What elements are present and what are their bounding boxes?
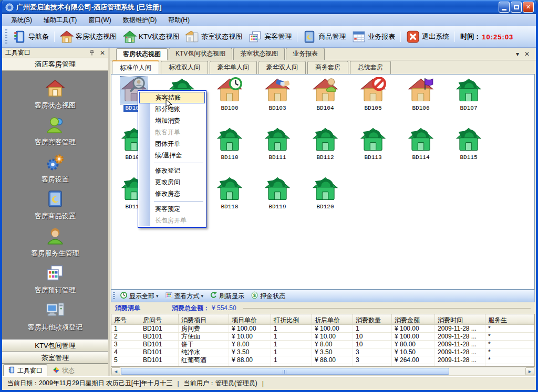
column-header-7[interactable]: 消费金额: [392, 314, 435, 324]
room-bd112[interactable]: BD112: [303, 126, 347, 161]
room-bd120[interactable]: BD120: [303, 175, 347, 210]
horizontal-scrollbar[interactable]: ◄ ►: [111, 367, 535, 376]
toolbar-button-navigator[interactable]: 导航条: [9, 29, 52, 45]
tab-list-dropdown-icon[interactable]: ▾: [516, 50, 519, 58]
column-header-2[interactable]: 消费项目: [179, 314, 229, 324]
tab-ktv-room-status-view[interactable]: KTV包间状态视图: [169, 48, 232, 60]
context-menu-item-group-order[interactable]: 团体开单: [139, 138, 205, 150]
column-header-0[interactable]: 序号: [111, 314, 140, 324]
menu-item-data-maintenance[interactable]: 数据维护(D): [117, 14, 163, 26]
consumption-cell: 4: [111, 348, 140, 356]
room-type-tab-deluxe-double[interactable]: 豪华双人间: [258, 61, 306, 74]
room-toolbar-button-deposit-status[interactable]: $押金状态: [247, 291, 288, 301]
room-bd111[interactable]: BD111: [255, 126, 299, 161]
scroll-left-arrow[interactable]: ◄: [111, 367, 120, 375]
context-menu-item-modify-registration[interactable]: 修改登记: [139, 165, 205, 176]
consumption-row[interactable]: 1BD101房间费¥ 100.001¥ 100.001¥ 100.002009-…: [111, 325, 534, 333]
room-type-tab-standard-double[interactable]: 标准双人间: [161, 61, 208, 74]
title-bar: 广州爱启迪技术有限公司-酒店管理系统 [已注册] ✕: [2, 0, 536, 14]
room-status-icon-occupied: [312, 77, 339, 104]
room-bd114[interactable]: BD114: [399, 126, 443, 161]
dropdown-arrow-icon[interactable]: ▾: [156, 293, 159, 299]
sidebar-tab-status[interactable]: 状态: [48, 365, 79, 376]
toolbar-button-teahouse-status-view[interactable]: 茶室状态视图: [182, 29, 245, 45]
toolbar-grip[interactable]: [5, 29, 7, 44]
tab-room-status-view[interactable]: 客房状态视图: [116, 48, 168, 60]
toolbar-button-exit-system[interactable]: 退出系统: [403, 29, 452, 45]
menu-item-window[interactable]: 窗口(W): [82, 14, 117, 26]
sidebar-item-room-settings[interactable]: 客房设置: [42, 153, 69, 184]
toolbar-button-ktv-status-view[interactable]: KTV状态视图: [120, 29, 182, 45]
toolbar-button-room-status-view[interactable]: 客房状态视图: [57, 29, 120, 45]
toolbar-button-guest-management[interactable]: 宾客管理: [245, 29, 295, 45]
consumption-row[interactable]: 3BD101饼干¥ 8.001¥ 8.0010¥ 80.002009-11-28…: [111, 341, 534, 348]
menu-item-help[interactable]: 帮助(H): [162, 14, 195, 26]
consumption-row[interactable]: 5BD101红葡萄酒¥ 88.001¥ 88.003¥ 264.002009-1…: [111, 356, 534, 364]
maximize-button[interactable]: [511, 2, 522, 13]
room-bd113[interactable]: BD113: [351, 126, 395, 161]
room-bd110[interactable]: BD110: [208, 126, 252, 161]
column-header-9[interactable]: 服务生: [485, 314, 534, 324]
room-bd100[interactable]: BD100: [208, 77, 252, 112]
column-header-3[interactable]: 项目单价: [229, 314, 271, 324]
room-toolbar-button-view-mode[interactable]: 查看方式▾: [162, 291, 207, 301]
tab-business-reports[interactable]: 业务报表: [286, 48, 325, 60]
room-bd118[interactable]: BD118: [208, 175, 252, 210]
scrollbar-track[interactable]: [120, 367, 525, 375]
sidebar-item-room-guest-management[interactable]: 客房宾客管理: [35, 115, 76, 147]
context-menu-item-change-room[interactable]: 更改房间: [139, 176, 205, 188]
column-header-1[interactable]: 房间号: [140, 314, 179, 324]
context-menu-item-renew-refund-deposit[interactable]: 续/退押金: [139, 150, 205, 161]
consumption-row[interactable]: 4BD101纯净水¥ 3.501¥ 3.503¥ 10.502009-11-28…: [111, 348, 534, 356]
sidebar-item-room-status-view[interactable]: 客房状态视图: [35, 79, 76, 110]
tab-teahouse-status-view[interactable]: 茶室状态视图: [233, 48, 285, 60]
sidebar-group-teahouse-management[interactable]: 茶室管理: [2, 352, 108, 364]
column-header-5[interactable]: 折后单价: [312, 314, 353, 324]
consumption-cell: 1: [271, 348, 312, 356]
room-bd107[interactable]: BD107: [447, 77, 491, 112]
room-toolbar-button-show-all[interactable]: 显示全部▾: [117, 291, 162, 301]
pin-icon[interactable]: [88, 50, 96, 56]
menu-item-aux-tools[interactable]: 辅助工具(T): [38, 14, 82, 26]
room-bd105[interactable]: BD105: [351, 77, 395, 112]
sidebar-item-room-goods-settings[interactable]: 客房商品设置: [35, 189, 76, 221]
sidebar-item-room-waiter-management[interactable]: 客房服务生管理: [32, 227, 79, 258]
room-type-tab-standard-single[interactable]: 标准单人间: [112, 60, 159, 75]
room-type-tab-business-suite[interactable]: 商务套房: [307, 61, 348, 74]
navigator-book-icon: [8, 366, 15, 375]
context-menu-item-add-consumption[interactable]: 增加消费: [139, 115, 205, 126]
room-bd104[interactable]: BD104: [303, 77, 347, 112]
room-bd119[interactable]: BD119: [255, 175, 299, 210]
sidebar-item-room-booking-management[interactable]: 客房预订管理: [35, 263, 76, 295]
dropdown-arrow-icon[interactable]: ▾: [201, 293, 204, 299]
sidebar-item-room-other-payments[interactable]: 客房其他款项登记: [28, 301, 82, 332]
consumption-cell: 红葡萄酒: [179, 356, 229, 364]
context-menu-item-modify-room-status[interactable]: 修改房态: [139, 188, 205, 199]
room-bd103[interactable]: BD103: [255, 77, 299, 112]
column-header-6[interactable]: 消费数量: [353, 314, 392, 324]
close-button[interactable]: ✕: [523, 2, 534, 13]
close-icon[interactable]: ✕: [99, 49, 106, 57]
consumption-row[interactable]: 2BD101方便面¥ 10.001¥ 10.0010¥ 100.002009-1…: [111, 333, 534, 341]
column-header-8[interactable]: 消费时间: [435, 314, 485, 324]
room-type-tab-deluxe-single[interactable]: 豪华单人间: [210, 61, 257, 74]
room-bd106[interactable]: BD106: [399, 77, 443, 112]
room-type-tab-presidential-suite[interactable]: 总统套房: [350, 61, 391, 74]
minimize-button[interactable]: [499, 2, 510, 13]
toolbar-button-goods-management[interactable]: 商品管理: [299, 29, 349, 45]
scroll-right-arrow[interactable]: ►: [525, 367, 534, 375]
toolbar-button-business-reports[interactable]: 业务报表: [349, 29, 398, 45]
room-label: BD100: [219, 105, 240, 112]
room-toolbar-button-refresh-display[interactable]: 刷新显示: [206, 291, 247, 301]
toolbar-grip[interactable]: [113, 292, 115, 300]
sidebar-group-ktv-room-management[interactable]: KTV包间管理: [2, 340, 108, 352]
sidebar-tab-tool-window[interactable]: 工具窗口: [3, 364, 47, 376]
window-title: 广州爱启迪技术有限公司-酒店管理系统 [已注册]: [16, 3, 496, 12]
tab-close-icon[interactable]: ✕: [524, 50, 530, 58]
context-menu-item-guest-reservation[interactable]: 宾客预定: [139, 203, 205, 215]
tool-window-header: 工具窗口 ✕: [2, 48, 108, 58]
scrollbar-thumb[interactable]: [121, 368, 449, 375]
room-bd115[interactable]: BD115: [447, 126, 491, 161]
column-header-4[interactable]: 打折比例: [271, 314, 312, 324]
menu-item-system[interactable]: 系统(S): [5, 14, 38, 26]
